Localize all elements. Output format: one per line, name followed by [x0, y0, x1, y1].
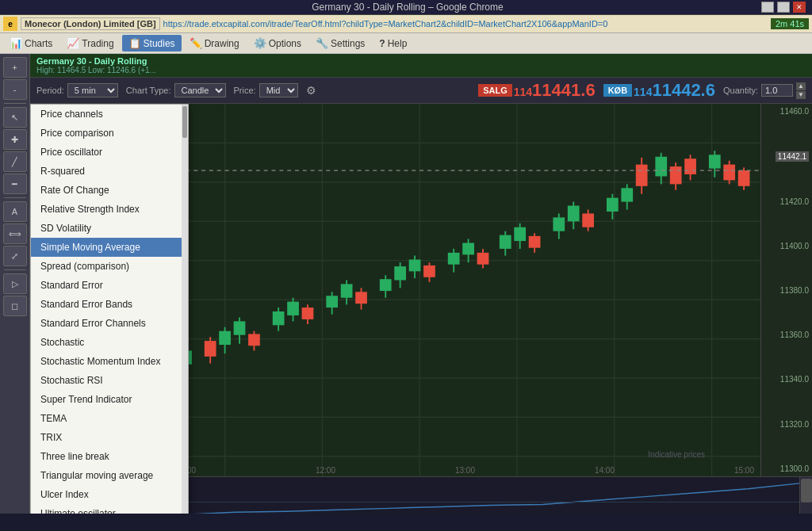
svg-rect-71 [500, 235, 511, 249]
dropdown-item-triangular-moving-average[interactable]: Triangular moving average [31, 466, 182, 485]
salg-price-box: SALG 11411441.6 [478, 80, 595, 101]
candle-13 [234, 317, 246, 343]
menu-drawing[interactable]: ✏️ Drawing [183, 35, 246, 52]
chart-type-select[interactable]: Candle Line Bar OHLC [174, 83, 226, 97]
extra-tool-2[interactable]: ◻ [3, 296, 27, 316]
dropdown-item-super-trend-indicator[interactable]: Super Trend Indicator [31, 390, 182, 409]
dropdown-item-price-oscillator[interactable]: Price oscillator [31, 143, 182, 162]
dropdown-item-price-comparison[interactable]: Price comparison [31, 124, 182, 143]
candle-28 [500, 231, 511, 256]
options-icon: ⚙️ [254, 37, 266, 49]
svg-rect-69 [477, 253, 489, 265]
dropdown-item-trix[interactable]: TRIX [31, 428, 182, 447]
svg-rect-37 [205, 341, 216, 357]
svg-rect-97 [723, 165, 735, 181]
menu-charts[interactable]: 📊 Charts [3, 35, 59, 52]
price-axis: 11460.0 11442.1 11420.0 11400.0 11380.0 … [760, 104, 812, 476]
dropdown-item-ultimate-oscillator[interactable]: Ultimate oscillator [31, 504, 182, 514]
dropdown-item-stochastic-momentum-index[interactable]: Stochastic Momentum Index [31, 352, 182, 371]
extra-tool-1[interactable]: ▷ [3, 273, 27, 294]
dropdown-item-ulcer-index[interactable]: Ulcer Index [31, 485, 182, 504]
dropdown-scrollbar-thumb[interactable] [182, 106, 187, 138]
svg-rect-65 [448, 253, 460, 265]
crosshair-tool[interactable]: ✚ [3, 129, 27, 150]
toolbar-separator-1 [4, 103, 26, 104]
candle-29 [514, 223, 526, 249]
dropdown-item-three-line-break[interactable]: Three line break [31, 447, 182, 466]
menu-studies[interactable]: 📋 Studies [122, 35, 182, 52]
studies-dropdown[interactable]: Price channelsPrice comparisonPrice osci… [30, 104, 189, 514]
maximize-button[interactable]: □ [777, 2, 790, 13]
dropdown-item-price-channels[interactable]: Price channels [31, 105, 182, 124]
svg-rect-39 [219, 331, 231, 345]
dropdown-item-sd-volatility[interactable]: SD Volatility [31, 219, 182, 238]
charts-icon: 📊 [10, 37, 22, 49]
dropdown-item-standard-error-channels[interactable]: Standard Error Channels [31, 314, 182, 333]
bottom-scrollbar[interactable] [799, 477, 812, 514]
measure-tool[interactable]: ⟺ [3, 223, 27, 244]
qty-down-arrow[interactable]: ▼ [796, 91, 806, 99]
chart-main-row: Price channelsPrice comparisonPrice osci… [30, 104, 812, 476]
dropdown-item-stochastic[interactable]: Stochastic [31, 333, 182, 352]
line-tool[interactable]: ╱ [3, 151, 27, 172]
menu-help[interactable]: ? Help [373, 36, 413, 52]
dropdown-item-tema[interactable]: TEMA [31, 409, 182, 428]
candle-19 [341, 280, 353, 304]
candle-12 [219, 327, 231, 353]
chart-area-container: Price channelsPrice comparisonPrice osci… [30, 104, 812, 514]
zoom-in-button[interactable]: + [3, 57, 27, 78]
svg-rect-75 [529, 236, 541, 248]
svg-rect-57 [380, 279, 392, 291]
horizontal-line-tool[interactable]: ━ [3, 174, 27, 194]
dropdown-item-relative-strength-index[interactable]: Relative Strength Index [31, 200, 182, 219]
menu-options-label: Options [269, 38, 301, 49]
svg-rect-53 [341, 284, 353, 297]
dropdown-item-rate-of-change[interactable]: Rate Of Change [31, 181, 182, 200]
dropdown-item-standard-error-bands[interactable]: Standard Error Bands [31, 295, 182, 314]
dropdown-item-stochastic-rsi[interactable]: Stochastic RSI [31, 371, 182, 390]
dropdown-item-r-squared[interactable]: R-squared [31, 162, 182, 181]
candle-26 [462, 239, 474, 263]
dropdown-item-simple-moving-average[interactable]: Simple Moving Average [31, 238, 182, 257]
quantity-input[interactable] [761, 84, 793, 97]
price-11420: 11420.0 [764, 197, 809, 206]
zoom-out-button[interactable]: - [3, 79, 27, 100]
price-11340: 11340.0 [764, 375, 809, 384]
dropdown-item-standard-error[interactable]: Standard Error [31, 276, 182, 295]
dropdown-item-spread-(comparison)[interactable]: Spread (comparison) [31, 257, 182, 276]
url-bar[interactable]: https://trade.etxcapital.com/itrade/Tear… [163, 19, 768, 29]
salg-button[interactable]: SALG [478, 84, 512, 97]
chart-subtitle: High: 11464.5 Low: 11246.6 (+1... [36, 66, 806, 74]
svg-rect-89 [655, 157, 667, 177]
candle-11 [205, 337, 216, 363]
scrollbar-thumb[interactable] [801, 479, 812, 502]
candle-31 [553, 213, 565, 239]
menu-trading[interactable]: 📈 Trading [60, 35, 120, 52]
menu-settings[interactable]: 🔧 Settings [309, 35, 371, 52]
price-select[interactable]: Mid Bid Ask [259, 83, 298, 97]
period-select[interactable]: 5 min 1 min 15 min 1 hour 1 day [67, 83, 118, 97]
svg-rect-67 [462, 243, 474, 254]
minimize-button[interactable]: _ [761, 2, 774, 13]
expand-tool[interactable]: ⤢ [3, 246, 27, 266]
cursor-tool[interactable]: ↖ [3, 107, 27, 128]
quantity-stepper[interactable]: ▲ ▼ [796, 82, 806, 99]
quantity-control: Quantity: ▲ ▼ [723, 82, 806, 99]
candle-39 [684, 155, 696, 180]
text-tool[interactable]: A [3, 201, 27, 222]
candle-25 [448, 249, 460, 273]
chart-settings-icon[interactable]: ⚙ [306, 84, 322, 97]
menu-options[interactable]: ⚙️ Options [247, 35, 308, 52]
close-button[interactable]: ✕ [793, 2, 806, 13]
quantity-label: Quantity: [723, 86, 758, 95]
kob-button[interactable]: KØB [603, 84, 632, 97]
current-price-highlight: 11442.1 [776, 151, 809, 162]
qty-up-arrow[interactable]: ▲ [796, 82, 806, 90]
dropdown-scrollbar[interactable] [182, 105, 188, 514]
menu-trading-label: Trading [82, 38, 113, 49]
indicative-prices-text: Indicative prices [648, 450, 705, 459]
trading-icon: 📈 [67, 37, 79, 49]
main-area: + - ↖ ✚ ╱ ━ A ⟺ ⤢ ▷ ◻ Germany 30 - Daily… [0, 54, 812, 514]
candle-14 [248, 331, 260, 351]
window-controls[interactable]: _ □ ✕ [761, 2, 806, 13]
